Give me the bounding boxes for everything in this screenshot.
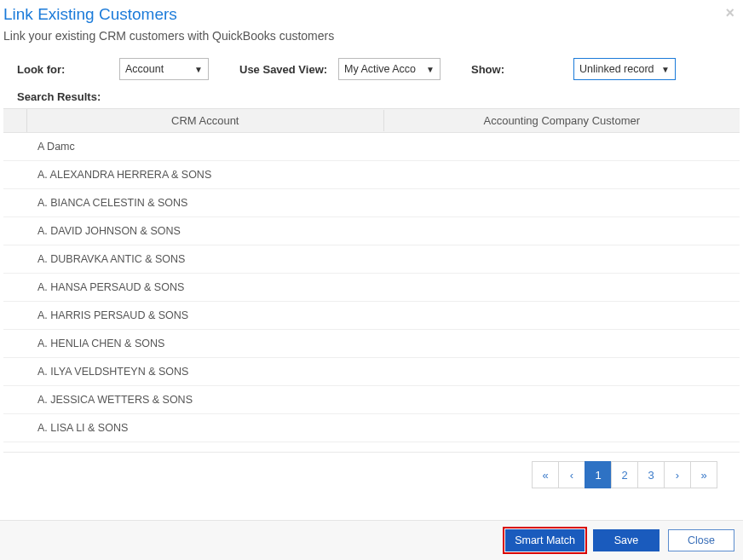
table-row[interactable]: A. LISA LI & SONS — [3, 414, 740, 442]
cell-accounting-customer — [383, 421, 740, 435]
cell-crm-account: A. DUBRAVKA ANTIC & SONS — [27, 246, 383, 272]
cell-crm-account: A. HARRIS PERSAUD & SONS — [27, 303, 383, 328]
cell-crm-account: A. DAVID JOHNSON & SONS — [27, 218, 383, 244]
modal-subtitle: Link your existing CRM customers with Qu… — [0, 27, 743, 53]
cell-crm-account: A. ILYA VELDSHTEYN & SONS — [27, 359, 383, 384]
table-row[interactable]: A. DUBRAVKA ANTIC & SONS — [3, 245, 740, 274]
cell-accounting-customer — [383, 252, 740, 266]
cell-accounting-customer — [383, 393, 740, 407]
look-for-value: Account — [125, 63, 164, 75]
cell-crm-account: A Damc — [27, 134, 383, 159]
cell-accounting-customer — [383, 224, 740, 238]
cell-crm-account: A. HANSA PERSAUD & SONS — [27, 274, 383, 300]
close-button[interactable]: Close — [668, 529, 734, 551]
show-label: Show: — [471, 63, 573, 76]
cell-accounting-customer — [383, 365, 740, 378]
page-prev-button[interactable]: ‹ — [558, 461, 585, 488]
table-body[interactable]: A DamcA. ALEXANDRA HERRERA & SONSA. BIAN… — [3, 133, 740, 453]
column-accounting-customer[interactable]: Accounting Company Customer — [384, 110, 740, 131]
filter-row: Look for: Account ▼ Use Saved View: My A… — [0, 53, 743, 89]
smart-match-button[interactable]: Smart Match — [505, 529, 585, 551]
cell-crm-account: A. LISA LI & SONS — [27, 415, 383, 441]
cell-accounting-customer — [383, 196, 740, 210]
cell-accounting-customer — [383, 449, 740, 453]
row-handle-header — [3, 109, 27, 132]
modal-header: Link Existing Customers × — [0, 0, 743, 27]
table-row[interactable]: A. ALEXANDRA HERRERA & SONS — [3, 161, 740, 189]
chevron-down-icon: ▼ — [426, 65, 435, 74]
cell-accounting-customer — [383, 337, 740, 350]
results-table: CRM Account Accounting Company Customer … — [3, 108, 740, 453]
page-number-button[interactable]: 3 — [637, 461, 665, 488]
cell-crm-account: A. HENLIA CHEN & SONS — [27, 331, 383, 356]
table-row[interactable]: A. BIANCA CELESTIN & SONS — [3, 189, 740, 217]
cell-crm-account: A. BIANCA CELESTIN & SONS — [27, 190, 383, 216]
table-row[interactable]: A. HENLIA CHEN & SONS — [3, 330, 740, 358]
page-next-button[interactable]: › — [664, 461, 691, 488]
page-last-button[interactable]: » — [690, 461, 717, 488]
chevron-down-icon: ▼ — [661, 65, 670, 74]
pagination: « ‹ 123 › » — [0, 453, 743, 500]
cell-crm-account: A. ALEXANDRA HERRERA & SONS — [27, 162, 383, 188]
table-header: CRM Account Accounting Company Customer — [3, 109, 740, 133]
table-row[interactable]: A. MOSTAFA ELMORSI & SONS — [3, 442, 740, 453]
cell-accounting-customer — [383, 309, 740, 322]
cell-accounting-customer — [383, 140, 740, 153]
show-select[interactable]: Unlinked record ▼ — [573, 58, 676, 80]
saved-view-select[interactable]: My Active Acco ▼ — [338, 58, 441, 80]
page-number-button[interactable]: 1 — [585, 461, 612, 488]
table-row[interactable]: A. HARRIS PERSAUD & SONS — [3, 302, 740, 330]
modal-title: Link Existing Customers — [3, 5, 734, 24]
close-icon[interactable]: × — [725, 5, 734, 20]
page-number-button[interactable]: 2 — [611, 461, 638, 488]
cell-crm-account: A. MOSTAFA ELMORSI & SONS — [27, 443, 383, 453]
look-for-select[interactable]: Account ▼ — [119, 58, 209, 80]
saved-view-value: My Active Acco — [344, 63, 416, 75]
save-button[interactable]: Save — [593, 529, 659, 551]
look-for-label: Look for: — [17, 63, 119, 76]
cell-accounting-customer — [383, 168, 740, 182]
chevron-down-icon: ▼ — [194, 65, 203, 74]
table-row[interactable]: A Damc — [3, 133, 740, 161]
column-crm-account[interactable]: CRM Account — [27, 110, 384, 131]
table-row[interactable]: A. JESSICA WETTERS & SONS — [3, 386, 740, 414]
show-value: Unlinked record — [579, 63, 654, 75]
cell-accounting-customer — [383, 280, 740, 294]
table-row[interactable]: A. ILYA VELDSHTEYN & SONS — [3, 358, 740, 386]
dialog-footer: Smart Match Save Close — [0, 520, 743, 560]
page-first-button[interactable]: « — [532, 461, 559, 488]
search-results-label: Search Results: — [0, 89, 743, 108]
table-row[interactable]: A. HANSA PERSAUD & SONS — [3, 274, 740, 302]
saved-view-label: Use Saved View: — [239, 63, 338, 76]
cell-crm-account: A. JESSICA WETTERS & SONS — [27, 387, 383, 413]
table-row[interactable]: A. DAVID JOHNSON & SONS — [3, 217, 740, 245]
